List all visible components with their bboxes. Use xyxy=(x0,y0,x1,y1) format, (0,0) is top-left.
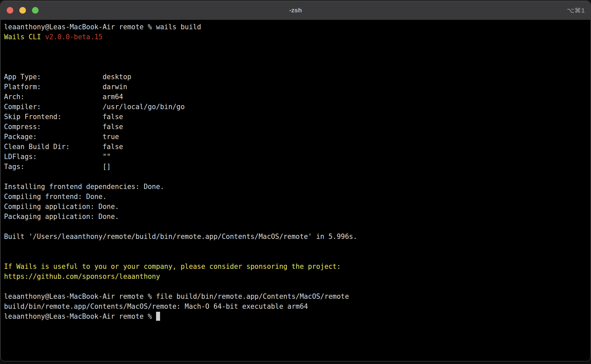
terminal-line: Packaging application: Done. xyxy=(4,212,590,222)
terminal-line xyxy=(4,172,590,182)
terminal-line: Tags: [] xyxy=(4,162,590,172)
window-title: -zsh xyxy=(1,7,590,14)
terminal-text: build/bin/remote.app/Contents/MacOS/remo… xyxy=(4,302,308,310)
terminal-line: Built '/Users/leaanthony/remote/build/bi… xyxy=(4,232,590,242)
terminal-line: Skip Frontend: false xyxy=(4,112,590,122)
terminal-output[interactable]: leaanthony@Leas-MacBook-Air remote % wai… xyxy=(1,20,590,321)
terminal-line xyxy=(4,62,590,72)
terminal-text: https://github.com/sponsors/leaanthony xyxy=(4,273,160,280)
terminal-line xyxy=(4,242,590,252)
config-entry: LDFlags: "" xyxy=(4,153,111,161)
terminal-line: Compress: false xyxy=(4,122,590,132)
terminal-line xyxy=(4,42,590,52)
config-entry: Arch: arm64 xyxy=(4,93,123,101)
terminal-text: Installing frontend dependencies: Done. xyxy=(4,183,164,191)
terminal-line: leaanthony@Leas-MacBook-Air remote % xyxy=(4,311,590,321)
terminal-text: Built '/Users/leaanthony/remote/build/bi… xyxy=(4,233,357,241)
terminal-text: Packaging application: Done. xyxy=(4,213,119,221)
tab-shortcut-badge: ⌥⌘1 xyxy=(567,1,585,20)
terminal-line: Installing frontend dependencies: Done. xyxy=(4,182,590,192)
config-entry: Package: true xyxy=(4,133,119,141)
config-entry: Skip Frontend: false xyxy=(4,113,123,121)
terminal-cursor xyxy=(156,312,160,321)
config-entry: Clean Build Dir: false xyxy=(4,143,123,151)
terminal-window: -zsh ⌥⌘1 leaanthony@Leas-MacBook-Air rem… xyxy=(0,1,591,361)
terminal-text: If Wails is useful to you or your compan… xyxy=(4,263,341,271)
terminal-line: build/bin/remote.app/Contents/MacOS/remo… xyxy=(4,301,590,311)
terminal-line: https://github.com/sponsors/leaanthony xyxy=(4,272,590,281)
terminal-line xyxy=(4,252,590,262)
title-bar[interactable]: -zsh ⌥⌘1 xyxy=(1,1,590,20)
terminal-text: Compiling frontend: Done. xyxy=(4,193,107,201)
config-entry: Compiler: /usr/local/go/bin/go xyxy=(4,103,185,111)
terminal-line: leaanthony@Leas-MacBook-Air remote % wai… xyxy=(4,22,590,32)
terminal-line: Compiling frontend: Done. xyxy=(4,192,590,202)
minimize-button[interactable] xyxy=(19,7,26,14)
terminal-line: Compiler: /usr/local/go/bin/go xyxy=(4,102,590,112)
terminal-line: Package: true xyxy=(4,132,590,142)
terminal-text: leaanthony@Leas-MacBook-Air remote % fil… xyxy=(4,292,349,300)
terminal-line: Compiling application: Done. xyxy=(4,202,590,212)
terminal-line: LDFlags: "" xyxy=(4,152,590,162)
terminal-text: leaanthony@Leas-MacBook-Air remote % wai… xyxy=(4,23,201,31)
config-entry: App Type: desktop xyxy=(4,73,131,81)
terminal-text: v2.0.0-beta.15 xyxy=(45,33,102,41)
terminal-line: Clean Build Dir: false xyxy=(4,142,590,152)
terminal-line: Arch: arm64 xyxy=(4,92,590,102)
terminal-line xyxy=(4,222,590,232)
zoom-button[interactable] xyxy=(32,7,39,14)
terminal-line: App Type: desktop xyxy=(4,72,590,82)
close-button[interactable] xyxy=(7,7,13,14)
terminal-line: Wails CLI v2.0.0-beta.15 xyxy=(4,32,590,42)
terminal-text: Compiling application: Done. xyxy=(4,203,119,211)
terminal-line xyxy=(4,52,590,62)
terminal-line: leaanthony@Leas-MacBook-Air remote % fil… xyxy=(4,291,590,301)
terminal-text: leaanthony@Leas-MacBook-Air remote % xyxy=(4,312,156,320)
terminal-line: Platform: darwin xyxy=(4,82,590,92)
terminal-line xyxy=(4,281,590,291)
terminal-line: If Wails is useful to you or your compan… xyxy=(4,262,590,272)
config-entry: Platform: darwin xyxy=(4,83,127,91)
config-entry: Tags: [] xyxy=(4,163,111,171)
config-entry: Compress: false xyxy=(4,123,123,131)
traffic-lights xyxy=(1,7,39,14)
terminal-text: Wails CLI xyxy=(4,33,45,41)
